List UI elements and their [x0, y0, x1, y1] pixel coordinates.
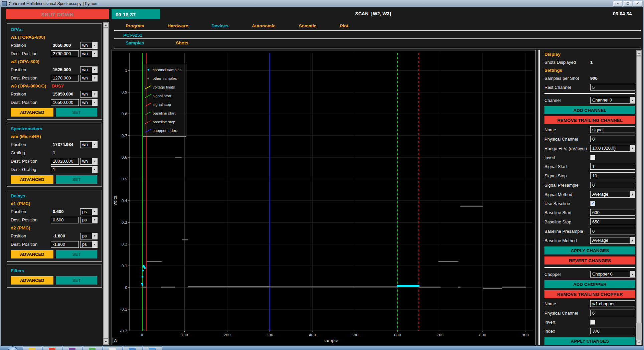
taskbar-item-media-player[interactable]: [43, 346, 62, 350]
set-button[interactable]: SET: [56, 276, 97, 285]
baseline-presample-input[interactable]: [590, 228, 635, 234]
taskbar-item-browser[interactable]: [123, 346, 142, 350]
chevron-down-icon[interactable]: ▼: [92, 67, 97, 73]
shut-down-button[interactable]: SHUT DOWN: [6, 9, 109, 19]
physical-channel-input[interactable]: [590, 310, 635, 316]
auto-range-button[interactable]: A: [113, 338, 118, 343]
signal-method-select[interactable]: Average▼: [590, 191, 635, 198]
taskbar-item-folder[interactable]: [23, 346, 42, 350]
invert-checkbox[interactable]: [590, 155, 595, 160]
physical-channel-input[interactable]: [590, 136, 635, 142]
unit-dropdown[interactable]: ps▼: [80, 217, 98, 223]
tab-samples[interactable]: Samples: [126, 40, 144, 45]
unit-dropdown[interactable]: wn▼: [80, 91, 98, 98]
unit-dropdown[interactable]: wn▼: [80, 66, 98, 73]
set-button[interactable]: SET: [56, 108, 97, 117]
chevron-down-icon[interactable]: ▼: [630, 271, 635, 277]
chevron-down-icon[interactable]: ▼: [92, 75, 97, 81]
chopper-select[interactable]: Chopper 0▼: [590, 271, 635, 278]
add-channel-button[interactable]: ADD CHANNEL: [544, 106, 635, 114]
scroll-down-icon[interactable]: ▼: [103, 339, 109, 344]
chevron-down-icon[interactable]: ▼: [92, 42, 97, 48]
use-baseline-checkbox[interactable]: ✓: [590, 201, 595, 206]
dest-grating-select[interactable]: 1▼: [51, 166, 98, 173]
unit-dropdown[interactable]: ps▼: [80, 208, 98, 215]
name-input[interactable]: [590, 126, 635, 133]
chevron-down-icon[interactable]: ▼: [92, 241, 97, 247]
dest-position-input[interactable]: [51, 217, 79, 223]
unit-dropdown[interactable]: wn▼: [80, 141, 98, 148]
minimize-icon[interactable]: –: [613, 1, 622, 7]
chevron-down-icon[interactable]: ▼: [630, 191, 635, 197]
taskbar-item-editor[interactable]: [63, 346, 82, 350]
scroll-down-icon[interactable]: ▼: [636, 340, 642, 345]
start-button[interactable]: [8, 346, 17, 350]
chevron-down-icon[interactable]: ▼: [92, 233, 97, 239]
sidebar-scrollbar[interactable]: ▲ ▼: [103, 22, 109, 345]
remove-trailing-chopper-button[interactable]: REMOVE TRAILING CHOPPER: [544, 290, 635, 298]
unit-dropdown[interactable]: wn▼: [80, 158, 98, 165]
taskbar[interactable]: [0, 346, 644, 350]
dest-position-input[interactable]: [51, 50, 79, 57]
chevron-down-icon[interactable]: ▼: [630, 97, 635, 103]
chevron-down-icon[interactable]: ▼: [630, 145, 635, 151]
advanced-button[interactable]: ADVANCED: [11, 108, 53, 117]
chevron-down-icon[interactable]: ▼: [630, 237, 635, 243]
chevron-down-icon[interactable]: ▼: [92, 91, 97, 97]
unit-dropdown[interactable]: ps▼: [80, 241, 98, 248]
dest-position-input[interactable]: [51, 241, 79, 248]
tab-hardware[interactable]: Hardware: [168, 23, 188, 28]
unit-dropdown[interactable]: wn▼: [80, 75, 98, 81]
baseline-start-input[interactable]: [590, 209, 635, 216]
scrollbar-thumb[interactable]: [636, 56, 642, 323]
unit-dropdown[interactable]: wn▼: [80, 99, 98, 106]
advanced-button[interactable]: ADVANCED: [11, 276, 53, 285]
apply-changes-button[interactable]: APPLY CHANGES: [544, 337, 635, 345]
taskbar-item-notes[interactable]: [103, 346, 122, 350]
baseline-method-select[interactable]: Average▼: [590, 237, 635, 244]
scroll-up-icon[interactable]: ▲: [636, 50, 642, 56]
index-input[interactable]: [590, 328, 635, 334]
signal-presample-input[interactable]: [590, 182, 635, 188]
unit-dropdown[interactable]: wn▼: [80, 50, 98, 57]
tab-devices[interactable]: Devices: [211, 23, 228, 28]
dest-position-input[interactable]: [51, 99, 79, 106]
chevron-down-icon[interactable]: ▼: [92, 209, 97, 215]
chevron-down-icon[interactable]: ▼: [92, 142, 97, 148]
tab-program[interactable]: Program: [126, 23, 144, 28]
tab-autonomic[interactable]: Autonomic: [252, 23, 276, 28]
add-chopper-button[interactable]: ADD CHOPPER: [544, 280, 635, 288]
unit-dropdown[interactable]: wn▼: [80, 42, 98, 49]
taskbar-item-messenger[interactable]: [83, 346, 102, 350]
close-icon[interactable]: ✕: [633, 1, 642, 7]
maximize-icon[interactable]: ▢: [623, 1, 632, 7]
tab-device-pci-6251[interactable]: PCI-6251: [123, 33, 142, 38]
rest-channel-input[interactable]: [590, 84, 635, 91]
chevron-down-icon[interactable]: ▼: [92, 100, 97, 106]
remove-trailing-channel-button[interactable]: REMOVE TRAILING CHANNEL: [544, 116, 635, 124]
apply-changes-button[interactable]: APPLY CHANGES: [544, 246, 635, 254]
chevron-down-icon[interactable]: ▼: [92, 51, 97, 57]
scrollbar-thumb[interactable]: [103, 28, 109, 339]
revert-changes-button[interactable]: REVERT CHANGES: [544, 256, 635, 265]
tab-shots[interactable]: Shots: [176, 40, 189, 45]
signal-stop-input[interactable]: [590, 172, 635, 179]
advanced-button[interactable]: ADVANCED: [11, 250, 53, 258]
chevron-down-icon[interactable]: ▼: [92, 217, 97, 223]
settings-scrollbar[interactable]: ▲ ▼: [636, 50, 642, 345]
chevron-down-icon[interactable]: ▼: [92, 158, 97, 164]
samples-plot[interactable]: 10.90.80.70.60.50.40.30.20.10-0.1-0.2010…: [112, 50, 536, 345]
invert-checkbox[interactable]: [590, 320, 595, 325]
baseline-stop-input[interactable]: [590, 218, 635, 225]
set-button[interactable]: SET: [56, 175, 97, 184]
channel-select[interactable]: Channel 0▼: [590, 97, 635, 104]
range-v-uv-level-select[interactable]: 10.0 (320.0)▼: [590, 145, 635, 152]
dest-position-input[interactable]: [51, 158, 79, 165]
scroll-up-icon[interactable]: ▲: [103, 22, 109, 28]
taskbar-item-documents[interactable]: [143, 346, 162, 350]
tab-somatic[interactable]: Somatic: [299, 23, 317, 28]
unit-dropdown[interactable]: ps▼: [80, 233, 98, 239]
dest-position-input[interactable]: [51, 75, 79, 81]
chevron-down-icon[interactable]: ▼: [92, 167, 97, 173]
signal-start-input[interactable]: [590, 163, 635, 170]
